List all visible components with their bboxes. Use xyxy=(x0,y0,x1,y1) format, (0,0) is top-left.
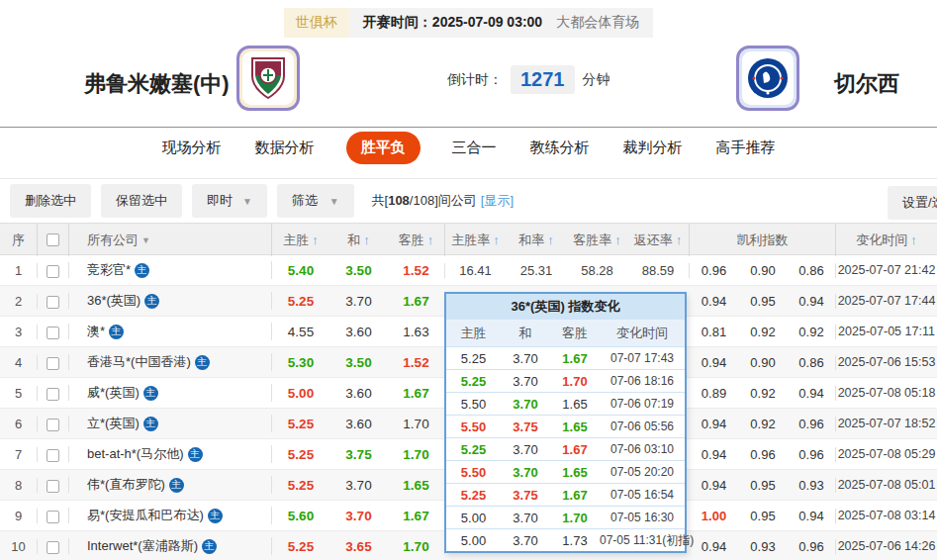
popup-home-odds: 5.25 xyxy=(446,351,501,366)
main-company-icon: 主 xyxy=(169,478,184,493)
away-team-logo xyxy=(736,46,799,111)
away-logo-crest-icon xyxy=(742,51,794,105)
col-away-rate-header[interactable]: 客胜率↑ xyxy=(567,224,627,256)
delete-selected-button[interactable]: 删除选中 xyxy=(10,184,91,218)
popup-row: 5.00 3.70 1.73 07-05 11:31(初指) xyxy=(446,528,685,551)
row-checkbox-cell xyxy=(38,538,69,553)
company-cell[interactable]: 香港马*(中国香港) 主 xyxy=(69,353,272,371)
settings-select-button[interactable]: 设置/选择 xyxy=(888,186,937,220)
tab-胜平负[interactable]: 胜平负 xyxy=(346,132,421,164)
popup-col-time: 变化时间 xyxy=(600,325,685,342)
row-checkbox[interactable] xyxy=(47,388,59,401)
company-cell[interactable]: 澳* 主 xyxy=(69,323,272,340)
tab-教练分析[interactable]: 教练分析 xyxy=(528,132,592,164)
sort-asc-icon[interactable]: ↑ xyxy=(910,233,917,247)
col-home-rate-header[interactable]: 主胜率↑ xyxy=(445,224,506,256)
main-company-icon: 主 xyxy=(188,447,203,462)
away-odds: 1.70 xyxy=(388,417,445,431)
row-checkbox-cell xyxy=(38,385,69,400)
away-odds: 1.65 xyxy=(388,478,445,493)
row-checkbox[interactable] xyxy=(47,449,59,462)
row-checkbox-cell xyxy=(38,354,69,369)
chevron-down-icon: ▼ xyxy=(329,196,339,207)
draw-odds: 3.70 xyxy=(329,294,388,309)
popup-change-time: 07-06 18:16 xyxy=(600,374,685,388)
company-cell[interactable]: 威*(英国) 主 xyxy=(69,384,272,402)
row-checkbox-cell xyxy=(38,416,69,430)
tab-高手推荐[interactable]: 高手推荐 xyxy=(714,132,778,164)
row-checkbox[interactable] xyxy=(47,296,59,309)
sort-asc-icon[interactable]: ↑ xyxy=(363,233,370,247)
col-return-rate-header[interactable]: 返还率↑ xyxy=(627,224,690,256)
tab-现场分析[interactable]: 现场分析 xyxy=(160,132,224,164)
filter-dropdown[interactable]: 筛选 ▼ xyxy=(277,184,354,218)
row-checkbox[interactable] xyxy=(47,480,59,493)
draw-odds: 3.70 xyxy=(329,509,388,523)
odds-change-popup: 36*(英国) 指数变化 主胜 和 客胜 变化时间 5.25 3.70 1.67… xyxy=(444,292,687,553)
col-away-header[interactable]: 客胜↑ xyxy=(388,224,445,256)
sort-asc-icon[interactable]: ↑ xyxy=(312,233,319,247)
col-home-header[interactable]: 主胜↑ xyxy=(272,224,329,256)
show-link[interactable]: [显示] xyxy=(481,193,514,208)
away-odds: 1.67 xyxy=(388,509,445,523)
change-time: 2025-07-06 15:53 xyxy=(836,355,937,369)
row-checkbox[interactable] xyxy=(47,541,59,554)
sort-asc-icon[interactable]: ↑ xyxy=(676,233,683,247)
odds-time-dropdown[interactable]: 即时 ▼ xyxy=(192,184,267,218)
kelly-away: 0.94 xyxy=(788,509,836,523)
row-checkbox[interactable] xyxy=(47,327,59,339)
company-cell[interactable]: bet-at-h*(马尔他) 主 xyxy=(69,445,272,463)
sort-asc-icon[interactable]: ↑ xyxy=(614,233,621,247)
draw-odds: 3.75 xyxy=(329,447,388,462)
kelly-draw: 0.92 xyxy=(738,386,788,401)
main-company-icon: 主 xyxy=(208,509,223,523)
venue-name: 大都会体育场 xyxy=(556,14,639,32)
company-cell[interactable]: 竞彩官* 主 xyxy=(69,261,272,279)
col-time-header[interactable]: 变化时间↑ xyxy=(836,224,937,256)
popup-row: 5.25 3.70 1.70 07-06 18:16 xyxy=(446,369,685,392)
company-cell[interactable]: 立*(英国) 主 xyxy=(69,415,272,432)
tab-三合一[interactable]: 三合一 xyxy=(450,132,499,164)
company-cell[interactable]: Interwet*(塞浦路斯) 主 xyxy=(69,537,272,555)
filter-dropdown-label: 筛选 xyxy=(292,193,318,208)
popup-away-odds: 1.70 xyxy=(550,374,600,389)
col-company-header[interactable]: 所有公司▼ xyxy=(69,224,272,256)
kelly-away: 0.94 xyxy=(788,386,836,401)
company-cell[interactable]: 36*(英国) 主 xyxy=(69,292,272,310)
company-cell[interactable]: 易*(安提瓜和巴布达) 主 xyxy=(69,507,272,524)
away-odds: 1.70 xyxy=(388,539,445,554)
kelly-draw: 0.95 xyxy=(738,478,788,493)
popup-away-odds: 1.65 xyxy=(550,420,600,434)
popup-draw-odds: 3.70 xyxy=(501,442,550,457)
popup-change-time: 07-05 16:30 xyxy=(600,511,685,524)
row-checkbox[interactable] xyxy=(47,357,59,370)
row-checkbox[interactable] xyxy=(47,265,59,278)
tab-数据分析[interactable]: 数据分析 xyxy=(253,132,317,164)
odds-table-header: 序 所有公司▼ 主胜↑ 和↑ 客胜↑ 主胜率↑ 和率↑ 客胜率↑ 返还率↑ 凯利… xyxy=(0,223,937,255)
keep-selected-button[interactable]: 保留选中 xyxy=(101,184,182,218)
draw-odds: 3.70 xyxy=(329,478,388,493)
popup-draw-odds: 3.75 xyxy=(501,488,550,503)
kelly-away: 0.86 xyxy=(788,263,836,278)
col-draw-rate-header[interactable]: 和率↑ xyxy=(506,224,567,256)
company-name: 香港马*(中国香港) xyxy=(87,353,191,371)
popup-header: 主胜 和 客胜 变化时间 xyxy=(446,320,685,346)
kelly-draw: 0.95 xyxy=(738,294,788,309)
company-name: 易*(安提瓜和巴布达) xyxy=(87,507,204,524)
sort-asc-icon[interactable]: ↑ xyxy=(547,233,554,247)
tab-裁判分析[interactable]: 裁判分析 xyxy=(621,132,685,164)
sort-asc-icon[interactable]: ↑ xyxy=(427,233,434,247)
row-checkbox[interactable] xyxy=(47,511,59,523)
kelly-home: 0.89 xyxy=(690,386,738,401)
row-checkbox-cell xyxy=(38,324,69,338)
company-cell[interactable]: 伟*(直布罗陀) 主 xyxy=(69,476,272,494)
col-draw-header[interactable]: 和↑ xyxy=(329,224,388,256)
popup-row: 5.50 3.70 1.65 07-05 20:20 xyxy=(446,460,685,483)
kickoff-segment: 开赛时间：2025-07-09 03:00 大都会体育场 xyxy=(349,8,653,38)
kelly-draw: 0.90 xyxy=(738,355,788,370)
select-all-checkbox[interactable] xyxy=(47,233,59,246)
company-filter-icon[interactable]: ▼ xyxy=(141,235,150,245)
popup-col-home: 主胜 xyxy=(446,325,501,342)
row-checkbox[interactable] xyxy=(47,419,59,431)
sort-asc-icon[interactable]: ↑ xyxy=(493,233,500,247)
